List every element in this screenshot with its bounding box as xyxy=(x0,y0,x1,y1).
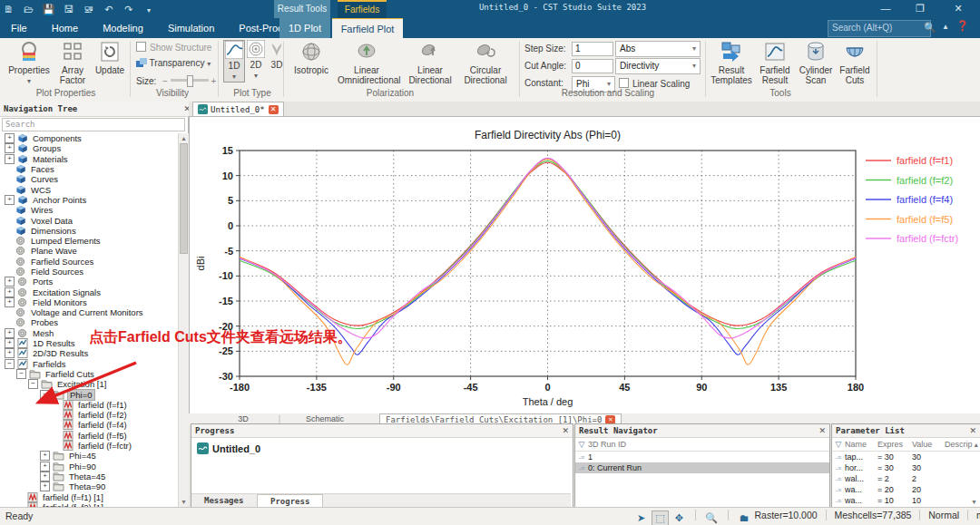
tree-item-farfield-f-f4-[interactable]: farfield (f=f4) xyxy=(0,420,178,430)
menu-tab-modeling[interactable]: Modeling xyxy=(92,18,154,38)
collapse-ribbon-icon[interactable]: ▲ xyxy=(942,23,949,31)
tree-item-wires[interactable]: Wires xyxy=(0,205,178,215)
expander-plus-icon[interactable]: + xyxy=(5,348,15,358)
farfield-chart[interactable]: Farfield Directivity Abs (Phi=0)-180-135… xyxy=(190,117,979,412)
tree-item-voxel-data[interactable]: Voxel Data xyxy=(0,215,178,225)
size-minus-button[interactable]: − xyxy=(162,76,168,86)
document-tab[interactable]: Untitled_0* ✕ xyxy=(192,102,284,116)
tree-item-phi-0[interactable]: −Phi=0 xyxy=(0,389,178,399)
tree-item-dimensions[interactable]: Dimensions xyxy=(0,226,178,236)
parameter-row[interactable]: -≡wa...= 1010 xyxy=(832,495,980,506)
expander-plus-icon[interactable]: + xyxy=(5,277,15,287)
linear-omnidirectional-button[interactable]: Linear Omnidirectional xyxy=(338,40,396,85)
tree-item-components[interactable]: +Components xyxy=(0,133,178,143)
tree-item-curves[interactable]: Curves xyxy=(0,174,178,184)
minimize-button[interactable]: — xyxy=(871,0,900,18)
tree-item-farfield-cuts[interactable]: −Farfield Cuts xyxy=(0,369,178,379)
tree-item-groups[interactable]: +Groups xyxy=(0,143,178,153)
tree-item-farfield-f-f1-[interactable]: farfield (f=f1) xyxy=(0,400,178,410)
context-tab-result-tools[interactable]: Result Tools xyxy=(274,0,330,18)
parameter-row[interactable]: -≡tap...= 3030 xyxy=(832,452,980,462)
expander-plus-icon[interactable]: + xyxy=(5,154,15,164)
tree-item-theta-90[interactable]: +Theta=90 xyxy=(0,481,178,491)
farfield-cuts-button[interactable]: Farfield Cuts xyxy=(837,40,873,85)
circular-directional-button[interactable]: Circular Directional xyxy=(459,40,512,85)
menu-tab-1d-plot[interactable]: 1D Plot xyxy=(279,18,330,38)
array-factor-button[interactable]: Array Factor xyxy=(54,40,91,85)
farfield-result-button[interactable]: Farfield Result xyxy=(755,40,795,85)
parameter-list-column-header[interactable]: ▽ Name Expres Value Descrip ▲ xyxy=(832,438,980,452)
tree-item-2d-3d-results[interactable]: +2D/3D Results xyxy=(0,348,178,358)
plot-type-2d-button[interactable]: 2D▾ xyxy=(246,40,266,81)
run-id-row[interactable]: -≡1 xyxy=(575,452,829,462)
expander-minus-icon[interactable]: − xyxy=(40,390,50,400)
expander-plus-icon[interactable]: + xyxy=(40,481,50,491)
tree-item-voltage-and-current-monitors[interactable]: Voltage and Current Monitors xyxy=(0,307,178,317)
pan-tool-icon[interactable]: ✥ xyxy=(671,511,687,525)
help-icon[interactable]: ❓ xyxy=(956,20,969,32)
close-button[interactable]: ✕ xyxy=(944,0,973,18)
tree-item-farfield-f-f1-1-[interactable]: farfield (f=f1) [1] xyxy=(0,491,178,501)
expander-plus-icon[interactable]: + xyxy=(5,195,15,205)
document-tab-close-icon[interactable]: ✕ xyxy=(269,105,279,114)
tree-search-input[interactable]: Search xyxy=(2,118,185,131)
parameter-row[interactable]: -≡hor...= 3030 xyxy=(832,462,980,473)
size-plus-button[interactable]: + xyxy=(211,76,216,86)
quick-access-dropdown-icon[interactable]: ▾ xyxy=(142,5,155,17)
new-file-icon[interactable]: 🗎 xyxy=(2,3,15,15)
tree-item-farfield-sources[interactable]: Farfield Sources xyxy=(0,257,178,267)
param-scroll-up-icon[interactable]: ▲ xyxy=(973,440,980,450)
run-id-row[interactable]: -≡0: Current Run xyxy=(575,462,829,473)
search-icon[interactable]: 🔍 xyxy=(924,22,936,34)
parameter-list-close-icon[interactable]: ✕ xyxy=(969,426,976,435)
expander-plus-icon[interactable]: + xyxy=(5,133,15,143)
show-structure-checkbox[interactable]: Show Structure xyxy=(136,42,211,53)
zoom-tool-icon[interactable]: 🔍 xyxy=(704,511,720,525)
tree-item-farfields[interactable]: −Farfields xyxy=(0,359,178,369)
tree-item-farfield-f-f2-[interactable]: farfield (f=f2) xyxy=(0,410,178,420)
expander-plus-icon[interactable]: + xyxy=(40,451,50,461)
tree-item-materials[interactable]: +Materials xyxy=(0,154,178,164)
cylinder-scan-button[interactable]: Cylinder Scan xyxy=(797,40,835,85)
expander-plus-icon[interactable]: + xyxy=(40,462,50,472)
tree-item-ports[interactable]: +Ports xyxy=(0,277,178,287)
restore-button[interactable]: ❐ xyxy=(906,0,935,18)
tree-item-plane-wave[interactable]: Plane Wave xyxy=(0,246,178,256)
result-templates-button[interactable]: Result Templates xyxy=(710,40,753,85)
cut-angle-input[interactable]: 0 xyxy=(572,59,613,73)
tree-item-probes[interactable]: Probes xyxy=(0,317,178,327)
redo-icon[interactable]: ↷ xyxy=(122,3,135,15)
transparency-button[interactable]: Transparency ▾ xyxy=(136,58,211,68)
quantity-select[interactable]: Directivity xyxy=(615,58,701,74)
properties-button[interactable]: Properties▾ xyxy=(7,40,51,86)
tree-item-phi-90[interactable]: +Phi=90 xyxy=(0,462,178,472)
tree-item-faces[interactable]: Faces xyxy=(0,164,178,174)
tree-scrollbar[interactable]: ▲ ▼ xyxy=(178,133,189,507)
save-icon[interactable]: 💾 xyxy=(42,3,55,15)
expander-minus-icon[interactable]: − xyxy=(5,359,15,369)
pointer-tool-icon[interactable]: ➤ xyxy=(633,511,649,525)
undo-icon[interactable]: ↶ xyxy=(102,3,115,15)
component-select[interactable]: Abs xyxy=(615,41,701,57)
expander-plus-icon[interactable]: + xyxy=(5,287,15,297)
tree-item-field-sources[interactable]: Field Sources xyxy=(0,267,178,277)
chart-panel[interactable]: Farfield Directivity Abs (Phi=0)-180-135… xyxy=(189,116,980,414)
expander-minus-icon[interactable]: − xyxy=(28,379,38,389)
expander-plus-icon[interactable]: + xyxy=(5,328,15,338)
isotropic-button[interactable]: Isotropic xyxy=(289,40,334,75)
save-all-icon[interactable]: 🖫 xyxy=(62,3,75,15)
export-settings-icon[interactable]: 🖿 xyxy=(737,511,752,525)
result-navigator-close-icon[interactable]: ✕ xyxy=(818,426,826,435)
progress-item[interactable]: Untitled_0 xyxy=(191,438,573,454)
tree-item-field-monitors[interactable]: +Field Monitors xyxy=(0,297,178,307)
tree-item-farfield-f-fctr-[interactable]: farfield (f=fctr) xyxy=(0,441,178,451)
filter-icon[interactable]: ▽ xyxy=(575,440,588,449)
tree-item-lumped-elements[interactable]: Lumped Elements xyxy=(0,236,178,246)
expander-plus-icon[interactable]: + xyxy=(40,472,50,481)
parameter-row[interactable]: -≡wal...= 22 xyxy=(832,473,980,484)
linear-directional-button[interactable]: Linear Directional xyxy=(403,40,457,85)
plot-type-1d-button[interactable]: 1D▾ xyxy=(223,40,245,83)
menu-tab-file[interactable]: File xyxy=(0,18,38,38)
tree-item-anchor-points[interactable]: +Anchor Points xyxy=(0,195,178,205)
expander-plus-icon[interactable]: + xyxy=(5,297,15,307)
